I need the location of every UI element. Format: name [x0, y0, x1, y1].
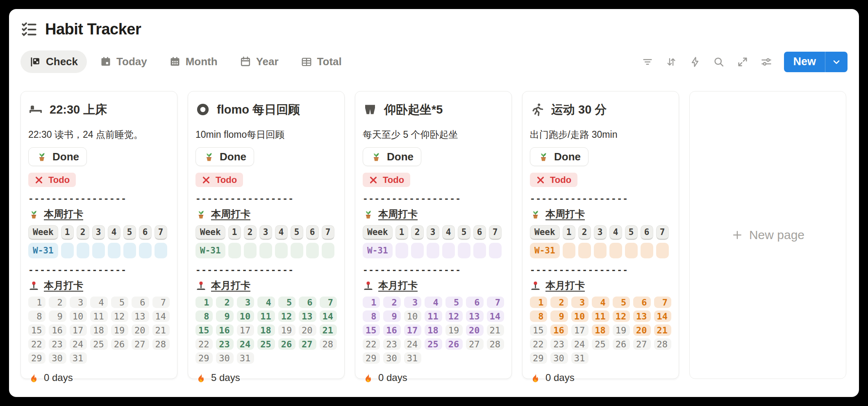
search-icon	[713, 56, 725, 68]
month-grid: 1234567891011121314151617181920212223242…	[28, 297, 170, 364]
month-day: 28	[320, 338, 337, 350]
new-dropdown-button[interactable]	[825, 52, 848, 72]
habit-card[interactable]: 22:30 上床22:30 读书，24 点前睡觉。DoneTodo-------…	[20, 91, 177, 379]
week-day-cell	[139, 243, 152, 258]
week-day-cell	[442, 243, 455, 258]
expand-icon	[737, 56, 748, 68]
week-column-pill: 6	[139, 225, 152, 240]
month-day: 23	[383, 338, 400, 350]
done-button[interactable]: Done	[530, 147, 589, 166]
month-day: 2	[383, 297, 400, 308]
board-check-icon	[30, 56, 41, 68]
done-button[interactable]: Done	[195, 147, 254, 166]
card-title-row: 22:30 上床	[28, 101, 170, 118]
week-column-pill: 1	[395, 225, 408, 240]
month-day: 22	[28, 338, 45, 350]
week-day-cell	[123, 243, 136, 258]
plant-icon	[363, 209, 374, 220]
done-button[interactable]: Done	[28, 147, 87, 166]
month-day: 31	[404, 352, 421, 364]
week-column-pill: 5	[291, 225, 303, 240]
month-section-header: 本月打卡	[530, 279, 671, 292]
week-value-row: W-31	[530, 243, 671, 258]
page-title: Habit Tracker	[45, 21, 141, 38]
habit-card[interactable]: 运动 30 分出门跑步/走路 30minDoneTodo------------…	[522, 91, 679, 379]
card-title-row: 仰卧起坐*5	[363, 101, 504, 118]
week-section-label: 本周打卡	[378, 208, 418, 220]
month-day: 8	[195, 310, 213, 322]
month-day: 19	[278, 324, 295, 336]
week-day-cell	[609, 243, 622, 258]
month-day: 3	[237, 297, 254, 308]
sort-button[interactable]	[661, 52, 682, 72]
filter-button[interactable]	[637, 52, 658, 72]
week-column-pill: 4	[442, 225, 455, 240]
automation-button[interactable]	[685, 52, 705, 72]
habit-card[interactable]: 仰卧起坐*5每天至少 5 个仰卧起坐DoneTodo--------------…	[355, 91, 512, 379]
week-number-label: W-31	[195, 243, 225, 258]
tab-month[interactable]: Month	[160, 50, 227, 73]
calendar-today-icon	[100, 56, 111, 68]
separator: -----------------	[363, 194, 504, 203]
month-day: 26	[613, 338, 630, 350]
new-page-label: New page	[749, 228, 804, 242]
week-value-row: W-31	[363, 243, 504, 258]
month-day: 24	[237, 338, 254, 350]
month-section-label: 本月打卡	[378, 279, 418, 292]
done-label: Done	[554, 151, 581, 163]
todo-label: Todo	[550, 175, 571, 185]
month-day: 27	[299, 338, 316, 350]
month-day: 5	[111, 297, 128, 308]
week-column-pill: 1	[61, 225, 74, 240]
separator: -----------------	[195, 194, 337, 203]
done-row: Done	[530, 141, 671, 166]
week-column-pill: 6	[473, 225, 486, 240]
todo-label: Todo	[383, 175, 404, 185]
month-section-header: 本月打卡	[195, 279, 337, 292]
tab-label: Year	[256, 55, 279, 68]
week-column-pill: 2	[77, 225, 89, 240]
week-day-cell	[291, 243, 303, 258]
month-day: 20	[299, 324, 316, 336]
week-day-cell	[228, 243, 241, 258]
runner-icon	[530, 102, 545, 117]
done-button[interactable]: Done	[363, 147, 421, 166]
month-day: 14	[654, 310, 671, 322]
tab-total[interactable]: Total	[292, 50, 351, 73]
month-grid: 1234567891011121314151617181920212223242…	[195, 297, 337, 364]
month-day: 6	[132, 297, 149, 308]
week-column-pill: Week	[363, 225, 393, 240]
plant-icon	[195, 209, 207, 220]
joystick-icon	[530, 280, 541, 291]
new-button[interactable]: New	[784, 52, 825, 72]
week-number-label: W-31	[530, 243, 560, 258]
month-day: 18	[257, 324, 275, 336]
todo-status-badge: Todo	[363, 173, 410, 187]
month-day: 31	[237, 352, 254, 364]
tab-check[interactable]: Check	[20, 50, 87, 73]
month-day: 12	[613, 310, 630, 322]
new-button-label: New	[793, 55, 816, 68]
week-column-pill: 6	[306, 225, 319, 240]
settings-sliders-button[interactable]	[756, 52, 777, 72]
tab-label: Check	[46, 55, 78, 68]
plant-icon	[203, 151, 215, 162]
tab-today[interactable]: Today	[91, 50, 156, 73]
card-title-text: flomo 每日回顾	[217, 101, 300, 118]
month-section-label: 本月打卡	[211, 279, 250, 292]
month-day: 31	[70, 352, 87, 364]
month-section-header: 本月打卡	[28, 279, 170, 292]
month-day: 25	[592, 338, 609, 350]
month-day: 26	[111, 338, 128, 350]
search-button[interactable]	[709, 52, 729, 72]
month-day: 27	[633, 338, 650, 350]
tab-year[interactable]: Year	[231, 50, 288, 73]
week-column-pill: 4	[609, 225, 622, 240]
habit-card[interactable]: flomo 每日回顾10min flomo每日回顾DoneTodo-------…	[188, 91, 345, 379]
month-day: 5	[445, 297, 463, 308]
separator: -----------------	[530, 266, 671, 275]
new-page-card[interactable]: New page	[689, 91, 846, 379]
expand-button[interactable]	[732, 52, 753, 72]
week-day-cell	[473, 243, 486, 258]
month-grid: 1234567891011121314151617181920212223242…	[530, 297, 671, 364]
